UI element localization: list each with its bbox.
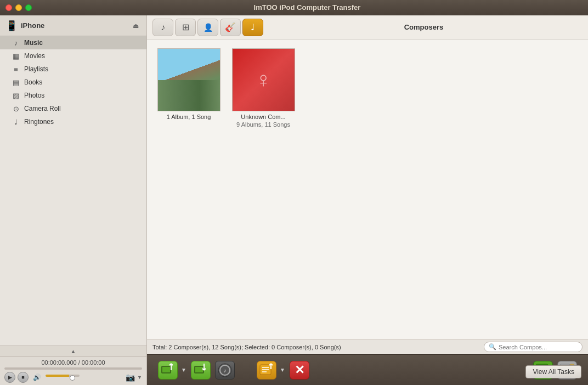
sidebar-item-books[interactable]: ▤ Books bbox=[0, 76, 146, 89]
volume-control: 🔊 bbox=[33, 373, 82, 381]
sidebar: 📱 iPhone ⏏ ♪ Music ▦ Movies ≡ Playlists … bbox=[0, 15, 147, 385]
person-artwork: ♀ bbox=[233, 49, 295, 111]
albums-tab-icon: ⊞ bbox=[182, 22, 189, 32]
album-cover-2: ♀ bbox=[232, 48, 295, 111]
playlist-buttons: ▼ ✕ bbox=[257, 361, 309, 380]
status-bar: Total: 2 Composer(s), 12 Song(s); Select… bbox=[147, 339, 588, 354]
photos-icon: ▨ bbox=[11, 92, 21, 99]
sidebar-label-books: Books bbox=[24, 78, 42, 86]
tab-toolbar: ♪ ⊞ 👤 🎸 ♩ Composers bbox=[147, 15, 588, 39]
main-layout: 📱 iPhone ⏏ ♪ Music ▦ Movies ≡ Playlists … bbox=[0, 15, 588, 385]
album-grid: 1 Album, 1 Song ♀ Unknown Com... 9 Album… bbox=[147, 39, 588, 339]
sidebar-label-ringtones: Ringtones bbox=[24, 118, 54, 126]
delete-icon: ✕ bbox=[295, 364, 304, 376]
add-dropdown-arrow[interactable]: ▼ bbox=[181, 367, 186, 373]
composer-item-1[interactable]: 1 Album, 1 Song bbox=[156, 48, 222, 128]
tab-songs[interactable]: ♪ bbox=[152, 19, 173, 36]
camera-button[interactable]: 📷 bbox=[126, 373, 135, 382]
camera-dropdown-icon[interactable]: ▼ bbox=[137, 375, 142, 380]
album-name-1: 1 Album, 1 Song bbox=[167, 114, 211, 120]
iphone-icon: 📱 bbox=[5, 20, 18, 32]
sidebar-label-playlists: Playlists bbox=[24, 65, 48, 73]
books-icon: ▤ bbox=[11, 78, 21, 86]
search-input[interactable] bbox=[499, 344, 575, 350]
sidebar-item-photos[interactable]: ▨ Photos bbox=[0, 89, 146, 102]
svg-rect-6 bbox=[195, 367, 203, 372]
controls-row: ▶ ■ 🔊 📷 ▼ bbox=[4, 372, 142, 383]
delete-button[interactable]: ✕ bbox=[290, 361, 309, 380]
progress-bar[interactable] bbox=[4, 367, 142, 370]
sidebar-label-music: Music bbox=[24, 39, 43, 47]
person-silhouette-icon: ♀ bbox=[255, 67, 272, 92]
search-box[interactable]: 🔍 bbox=[484, 342, 583, 352]
album-name-2: Unknown Com... bbox=[241, 114, 285, 120]
camera-roll-icon: ⊙ bbox=[11, 105, 21, 112]
section-label: Composers bbox=[265, 23, 583, 31]
import-button[interactable] bbox=[191, 361, 211, 380]
music-icon: ♪ bbox=[11, 39, 21, 47]
titlebar: ImTOO iPod Computer Transfer bbox=[0, 0, 588, 15]
play-button[interactable]: ▶ bbox=[4, 372, 15, 383]
playlist-dropdown-arrow[interactable]: ▼ bbox=[280, 367, 285, 373]
view-all-tasks-button[interactable]: View All Tasks bbox=[525, 365, 581, 378]
stop-button[interactable]: ■ bbox=[18, 372, 29, 383]
sidebar-label-photos: Photos bbox=[24, 92, 44, 99]
sidebar-item-movies[interactable]: ▦ Movies bbox=[0, 49, 146, 63]
mountain-artwork bbox=[158, 49, 220, 111]
genres-tab-icon: 🎸 bbox=[225, 22, 236, 32]
volume-icon: 🔊 bbox=[33, 373, 41, 381]
app-title: ImTOO iPod Computer Transfer bbox=[32, 3, 583, 12]
time-display: 00:00:00.000 / 00:00:00 bbox=[4, 359, 142, 366]
tab-genres[interactable]: 🎸 bbox=[220, 19, 241, 36]
maximize-button[interactable] bbox=[25, 4, 32, 11]
add-to-device-icon bbox=[159, 361, 177, 379]
playlists-icon: ≡ bbox=[11, 65, 21, 73]
sidebar-label-movies: Movies bbox=[24, 52, 45, 60]
minimize-button[interactable] bbox=[15, 4, 22, 11]
volume-knob[interactable] bbox=[70, 375, 75, 381]
close-button[interactable] bbox=[5, 4, 12, 11]
add-to-device-button[interactable] bbox=[158, 361, 178, 380]
transfer-buttons: ▼ ♪ bbox=[158, 361, 235, 380]
sidebar-item-camera-roll[interactable]: ⊙ Camera Roll bbox=[0, 102, 146, 115]
device-header: 📱 iPhone ⏏ bbox=[0, 15, 146, 36]
expand-arrow-icon: ▲ bbox=[71, 348, 76, 354]
tab-albums[interactable]: ⊞ bbox=[175, 19, 196, 36]
artists-tab-icon: 👤 bbox=[203, 23, 213, 32]
album-subtext-2: 9 Albums, 11 Songs bbox=[236, 121, 290, 128]
status-text: Total: 2 Composer(s), 12 Song(s); Select… bbox=[152, 344, 484, 350]
import-icon bbox=[192, 361, 210, 379]
tab-artists[interactable]: 👤 bbox=[197, 19, 218, 36]
ringtones-icon: ♩ bbox=[11, 118, 21, 126]
sidebar-item-music[interactable]: ♪ Music bbox=[0, 36, 146, 49]
songs-tab-icon: ♪ bbox=[161, 22, 165, 32]
playback-controls: 00:00:00.000 / 00:00:00 ▶ ■ 🔊 📷 ▼ bbox=[0, 356, 146, 385]
movies-icon: ▦ bbox=[11, 52, 21, 60]
create-playlist-button[interactable] bbox=[257, 361, 276, 380]
eject-button[interactable]: ⏏ bbox=[130, 20, 141, 31]
composer-item-2[interactable]: ♀ Unknown Com... 9 Albums, 11 Songs bbox=[230, 48, 296, 128]
tab-composers[interactable]: ♩ bbox=[242, 19, 263, 36]
search-icon: 🔍 bbox=[489, 343, 496, 350]
sync-button[interactable]: ♪ bbox=[215, 361, 235, 380]
composers-tab-icon: ♩ bbox=[251, 22, 255, 32]
traffic-lights bbox=[5, 4, 32, 11]
svg-text:♪: ♪ bbox=[223, 367, 226, 373]
bottom-toolbar: ▼ ♪ bbox=[147, 354, 588, 385]
sidebar-label-camera-roll: Camera Roll bbox=[24, 105, 61, 112]
sidebar-item-playlists[interactable]: ≡ Playlists bbox=[0, 63, 146, 76]
svg-rect-1 bbox=[162, 367, 170, 372]
content-area: ♪ ⊞ 👤 🎸 ♩ Composers 1 Album, bbox=[147, 15, 588, 385]
album-cover-1 bbox=[157, 48, 220, 111]
device-name: iPhone bbox=[21, 21, 130, 30]
sync-icon: ♪ bbox=[216, 361, 234, 379]
create-playlist-icon bbox=[258, 361, 275, 379]
sidebar-item-ringtones[interactable]: ♩ Ringtones bbox=[0, 115, 146, 128]
sidebar-expand-button[interactable]: ▲ bbox=[0, 346, 146, 356]
